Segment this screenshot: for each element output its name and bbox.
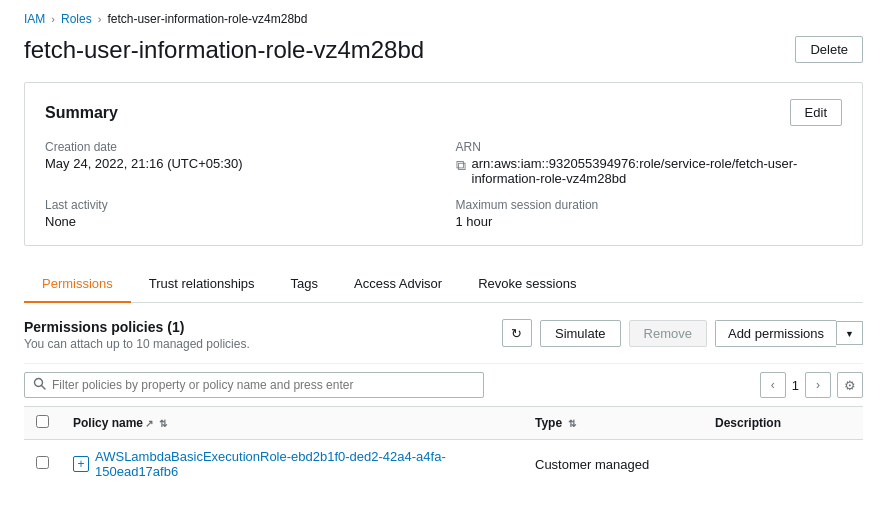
arn-value-container: ⧉ arn:aws:iam::932055394976:role/service…: [456, 156, 843, 186]
page-title: fetch-user-information-role-vz4m28bd: [24, 36, 424, 64]
breadcrumb-sep-1: ›: [51, 13, 55, 25]
creation-date-label: Creation date: [45, 140, 432, 154]
table-row: + AWSLambdaBasicExecutionRole-ebd2b1f0-d…: [24, 440, 863, 489]
remove-button[interactable]: Remove: [629, 320, 707, 347]
arn-field: ARN ⧉ arn:aws:iam::932055394976:role/ser…: [456, 140, 843, 186]
expand-icon[interactable]: +: [73, 456, 89, 472]
policy-name-link[interactable]: AWSLambdaBasicExecutionRole-ebd2b1f0-ded…: [95, 449, 511, 479]
creation-date-value: May 24, 2022, 21:16 (UTC+05:30): [45, 156, 432, 171]
th-description-label: Description: [715, 416, 781, 430]
delete-button[interactable]: Delete: [795, 36, 863, 63]
search-box: [24, 372, 484, 398]
simulate-button[interactable]: Simulate: [540, 320, 621, 347]
last-activity-field: Last activity None: [45, 198, 432, 229]
row-type-cell: Customer managed: [523, 440, 703, 489]
filter-row: ‹ 1 › ⚙: [24, 363, 863, 406]
summary-grid: Creation date May 24, 2022, 21:16 (UTC+0…: [45, 140, 842, 229]
arn-value: arn:aws:iam::932055394976:role/service-r…: [472, 156, 843, 186]
breadcrumb-current: fetch-user-information-role-vz4m28bd: [107, 12, 307, 26]
th-external-link-icon: ↗: [145, 418, 153, 429]
gear-icon: ⚙: [844, 378, 856, 393]
creation-date-field: Creation date May 24, 2022, 21:16 (UTC+0…: [45, 140, 432, 186]
row-checkbox-cell: [24, 440, 61, 489]
page-header: fetch-user-information-role-vz4m28bd Del…: [24, 36, 863, 64]
breadcrumb-roles[interactable]: Roles: [61, 12, 92, 26]
tabs: Permissions Trust relationships Tags Acc…: [24, 266, 863, 302]
permissions-count: (1): [167, 319, 184, 335]
sort-icon-type: ⇅: [568, 418, 576, 429]
th-policy-name[interactable]: Policy name ↗ ⇅: [61, 407, 523, 440]
summary-title: Summary: [45, 104, 118, 122]
sort-icon-policy-name: ⇅: [159, 418, 167, 429]
row-checkbox[interactable]: [36, 456, 49, 469]
copy-icon[interactable]: ⧉: [456, 157, 466, 174]
permissions-actions: ↻ Simulate Remove Add permissions ▼: [502, 319, 863, 347]
row-description-cell: [703, 440, 863, 489]
max-session-field: Maximum session duration 1 hour: [456, 198, 843, 229]
th-checkbox: [24, 407, 61, 440]
refresh-button[interactable]: ↻: [502, 319, 532, 347]
permissions-subtitle: You can attach up to 10 managed policies…: [24, 337, 250, 351]
breadcrumb-iam[interactable]: IAM: [24, 12, 45, 26]
row-policy-name-cell: + AWSLambdaBasicExecutionRole-ebd2b1f0-d…: [61, 440, 523, 489]
add-permissions-caret-button[interactable]: ▼: [836, 321, 863, 345]
settings-button[interactable]: ⚙: [837, 372, 863, 398]
breadcrumb-sep-2: ›: [98, 13, 102, 25]
tabs-container: Permissions Trust relationships Tags Acc…: [24, 266, 863, 303]
next-page-button[interactable]: ›: [805, 372, 831, 398]
refresh-icon: ↻: [511, 326, 522, 341]
chevron-left-icon: ‹: [771, 378, 775, 392]
max-session-label: Maximum session duration: [456, 198, 843, 212]
tab-tags[interactable]: Tags: [273, 266, 336, 303]
select-all-checkbox[interactable]: [36, 415, 49, 428]
permissions-title: Permissions policies: [24, 319, 163, 335]
max-session-value: 1 hour: [456, 214, 843, 229]
tab-permissions[interactable]: Permissions: [24, 266, 131, 303]
add-permissions-button[interactable]: Add permissions: [715, 320, 836, 347]
permissions-title-group: Permissions policies (1) You can attach …: [24, 319, 250, 351]
svg-line-1: [42, 386, 46, 390]
edit-button[interactable]: Edit: [790, 99, 842, 126]
th-type-label: Type: [535, 416, 562, 430]
summary-section: Summary Edit Creation date May 24, 2022,…: [24, 82, 863, 246]
arn-label: ARN: [456, 140, 843, 154]
page-number: 1: [792, 378, 799, 393]
search-icon: [33, 377, 46, 393]
permissions-section: Permissions policies (1) You can attach …: [24, 303, 863, 488]
permissions-header: Permissions policies (1) You can attach …: [24, 319, 863, 351]
search-input[interactable]: [52, 378, 475, 392]
th-type[interactable]: Type ⇅: [523, 407, 703, 440]
policy-table: Policy name ↗ ⇅ Type ⇅ Description: [24, 406, 863, 488]
breadcrumb: IAM › Roles › fetch-user-information-rol…: [24, 12, 863, 26]
tab-revoke-sessions[interactable]: Revoke sessions: [460, 266, 594, 303]
summary-header: Summary Edit: [45, 99, 842, 126]
prev-page-button[interactable]: ‹: [760, 372, 786, 398]
th-description: Description: [703, 407, 863, 440]
policy-name-cell: + AWSLambdaBasicExecutionRole-ebd2b1f0-d…: [73, 449, 511, 479]
tab-trust-relationships[interactable]: Trust relationships: [131, 266, 273, 303]
chevron-right-icon: ›: [816, 378, 820, 392]
last-activity-label: Last activity: [45, 198, 432, 212]
add-permissions-split-button: Add permissions ▼: [715, 320, 863, 347]
policy-table-body: + AWSLambdaBasicExecutionRole-ebd2b1f0-d…: [24, 440, 863, 489]
table-header-row: Policy name ↗ ⇅ Type ⇅ Description: [24, 407, 863, 440]
tab-access-advisor[interactable]: Access Advisor: [336, 266, 460, 303]
last-activity-value: None: [45, 214, 432, 229]
row-type-value: Customer managed: [535, 457, 649, 472]
pagination-row: ‹ 1 › ⚙: [760, 372, 863, 398]
page-container: IAM › Roles › fetch-user-information-rol…: [0, 0, 887, 512]
th-policy-name-label: Policy name: [73, 416, 143, 430]
caret-down-icon: ▼: [845, 329, 854, 339]
